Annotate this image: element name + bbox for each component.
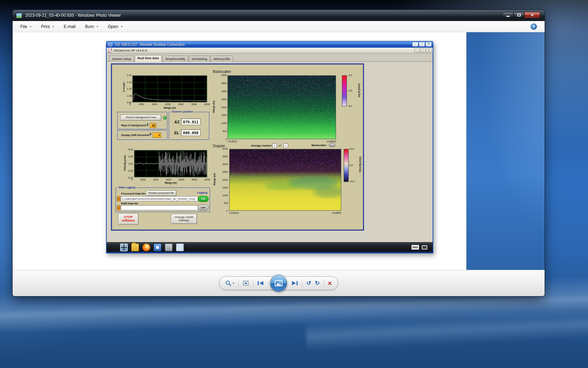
backscatter-section-label: Backscatter [213,70,231,74]
language-indicator[interactable]: ENG [411,245,419,250]
menu-label: Print [41,24,50,29]
tab-system-setup[interactable]: System setup [109,56,134,62]
rdp-close-button[interactable]: ✕ [426,42,432,47]
minimize-icon [506,16,510,17]
az-value-field[interactable]: 079.011 [181,118,201,125]
backscatter-plot [227,75,336,139]
actual-size-button[interactable] [243,280,249,286]
background-led [163,116,167,120]
raw-logging-toggle[interactable]: OFF [198,205,209,211]
system-tool-icon[interactable] [165,244,173,251]
rdp-title-bar[interactable]: 192.168.0.122 - Remote Desktop Connectio… [106,41,433,48]
menu-print[interactable]: Print▼ [41,24,54,29]
snr-spinner[interactable] [149,132,152,136]
play-slideshow-button[interactable] [270,275,287,292]
close-button[interactable]: ✕ [524,12,540,18]
zoom-button[interactable]: ▼ [225,280,234,286]
change-lidar-settings-button[interactable]: Change LiDAR Settings [171,214,197,224]
menu-bar: File▼ Print▼ E-mail Burn▼ Open▼ ? [13,21,545,32]
processed-path-text: C:\Lidar\Data\Proc\2023\202309\20230921\… [122,198,195,200]
rays-spinner[interactable] [147,123,149,126]
scanner-position-group: Scanner position AZ 079.011 EL 000.098 [169,112,209,140]
rdp-minimize-button[interactable]: – [412,42,418,47]
streamline-title-bar[interactable]: StreamLine XR v14-6.vi – □ ✕ [107,48,433,54]
display-snr-field[interactable]: 1 [153,132,161,138]
rdp-maximize-button[interactable]: □ [419,42,425,47]
vi-restore-button[interactable]: □ [420,48,426,53]
menu-email[interactable]: E-mail [64,24,76,29]
maximize-button[interactable] [513,12,524,18]
firefox-icon[interactable] [142,244,150,251]
a-scope-y-ticks: 1.201.151.101.050.99 [122,74,132,104]
maximize-icon: □ [421,42,423,46]
average-number-field[interactable]: 1 [272,143,277,148]
streamline-window: StreamLine XR v14-6.vi – □ ✕ System setu… [107,48,433,242]
tab-page: A-scope 1.201.151.101.050.99 01000200030… [107,62,433,242]
remote-desktop-window: 192.168.0.122 - Remote Desktop Connectio… [106,41,433,253]
doppler-heatmap-image [230,149,341,210]
minimize-icon: – [416,49,418,52]
minimize-button[interactable] [503,12,513,18]
velocity-x-ticks: 0100020003000400050006000 [131,178,210,181]
previous-icon [257,280,264,286]
start-icon[interactable] [120,244,128,251]
a-scope-plot [132,75,207,102]
menu-open[interactable]: Open▼ [108,24,122,29]
streamline-title: StreamLine XR v14-6.vi [114,49,147,52]
average-of-field[interactable]: 1 [284,143,288,148]
rays-in-background-field[interactable]: 10 [150,123,156,128]
el-value-field[interactable]: 000.098 [181,129,201,136]
raw-path-field[interactable] [121,205,198,210]
toolbar-divider [323,279,324,287]
path-type-icon[interactable]: C [117,196,120,201]
processed-path-field[interactable]: C:\Lidar\Data\Proc\2023\202309\20230921\… [121,196,198,201]
delete-button[interactable]: ✕ [328,281,332,286]
tab-scheduling[interactable]: Scheduling [189,56,210,62]
viewer-toolbar: ▼ ↺ ↻ ✕ [13,270,545,296]
magnifier-icon [225,280,231,286]
title-bar[interactable]: 2023-09-21_03-40-00.935 - Windows Photo … [13,10,545,21]
menu-file[interactable]: File▼ [20,24,31,29]
a-scope-x-axis-label: Range (m) [132,107,207,109]
notepad-icon[interactable] [176,244,184,251]
backscatter-y-axis-label: Range (m) [212,93,215,121]
el-label: EL [174,131,179,135]
chevron-down-icon: ▼ [232,282,234,284]
tray-monitor-icon[interactable] [422,245,427,250]
restart-processed-file-button[interactable]: Restart processed file [146,190,176,196]
renew-background-button[interactable]: Renew background now [120,115,161,121]
rotate-ccw-button[interactable]: ↺ [306,280,311,286]
doppler-y-axis-label: Range (m) [213,165,216,193]
processed-path-row: C C:\Lidar\Data\Proc\2023\202309\2023092… [117,196,198,201]
toolbar-divider [302,279,302,287]
folder-icon[interactable] [131,244,139,251]
tab-temp-humidity[interactable]: Temp/humidity [162,56,188,62]
menu-burn[interactable]: Burn▼ [85,24,98,29]
stop-software-button[interactable]: STOP software [118,213,139,225]
close-icon: ✕ [531,13,534,17]
scanner-position-title: Scanner position [171,110,194,113]
tab-real-time-data[interactable]: Real time data [135,55,162,62]
tab-wind-profile[interactable]: Wind profile [211,56,233,62]
desktop: 2023-09-21_03-40-00.935 - Windows Photo … [0,0,588,368]
vi-close-button[interactable]: ✕ [426,48,432,53]
tab-strip: System setup Real time data Temp/humidit… [107,54,433,62]
rotate-cw-button[interactable]: ↻ [315,280,320,286]
help-button[interactable]: ? [531,23,537,30]
delete-icon: ✕ [328,281,332,286]
remote-taskbar: ENG [107,242,433,252]
toolbar-divider [253,279,253,287]
menu-label: E-mail [64,24,76,29]
remote-app-icon[interactable] [154,244,161,251]
menu-label: File [20,24,27,29]
data-logging-title: Data Logging [118,186,136,189]
rotate-clockwise-icon: ↻ [315,280,320,286]
path-type-icon[interactable]: C [117,205,120,210]
previous-button[interactable] [257,280,264,286]
vi-minimize-button[interactable]: – [414,48,420,53]
doppler-colorbar-label: Velocity (m/s) [359,151,361,179]
backscatter-toggle[interactable] [329,143,335,147]
photo-desktop-background [466,32,545,270]
processed-logging-toggle[interactable]: ON [198,196,209,202]
next-button[interactable] [291,280,298,286]
